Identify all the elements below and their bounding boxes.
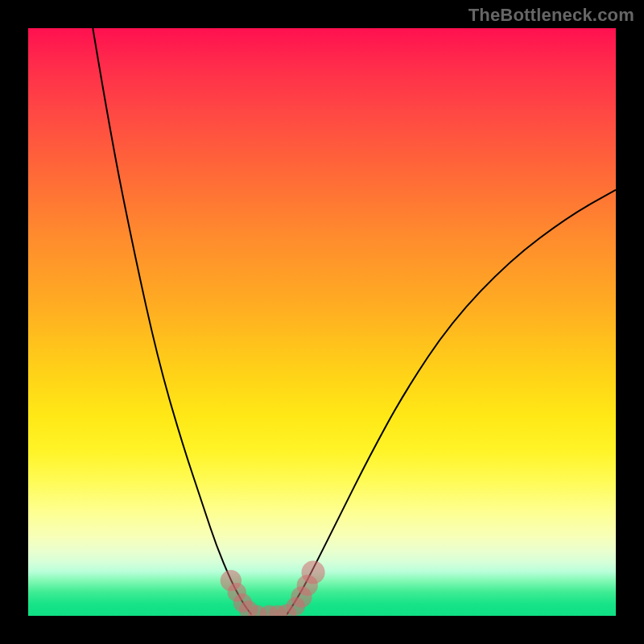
watermark-text: TheBottleneck.com bbox=[469, 5, 634, 26]
marker-group bbox=[221, 560, 325, 616]
curves-svg bbox=[28, 28, 616, 616]
plot-area bbox=[28, 28, 616, 616]
data-marker bbox=[301, 560, 324, 584]
curve-right-branch bbox=[287, 190, 616, 615]
chart-canvas: TheBottleneck.com bbox=[0, 0, 644, 644]
curve-left-branch bbox=[93, 28, 251, 615]
